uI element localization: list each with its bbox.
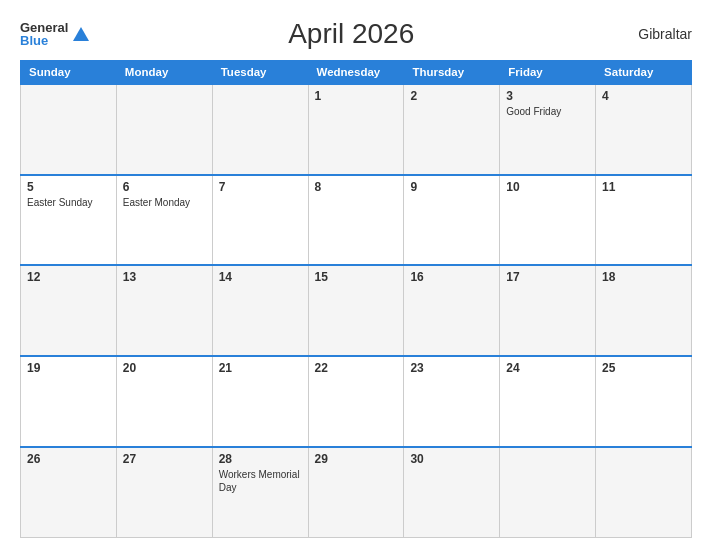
calendar-row: 12131415161718 xyxy=(21,265,692,356)
calendar-page: General Blue April 2026 Gibraltar Sunday… xyxy=(0,0,712,550)
calendar-cell: 30 xyxy=(404,447,500,538)
col-tuesday: Tuesday xyxy=(212,61,308,85)
day-number: 4 xyxy=(602,89,685,103)
holiday-name: Easter Sunday xyxy=(27,196,110,209)
calendar-cell: 3Good Friday xyxy=(500,84,596,175)
calendar-header-row: Sunday Monday Tuesday Wednesday Thursday… xyxy=(21,61,692,85)
calendar-cell: 21 xyxy=(212,356,308,447)
day-number: 18 xyxy=(602,270,685,284)
calendar-cell: 20 xyxy=(116,356,212,447)
calendar-cell: 17 xyxy=(500,265,596,356)
col-monday: Monday xyxy=(116,61,212,85)
calendar-cell: 1 xyxy=(308,84,404,175)
calendar-cell: 23 xyxy=(404,356,500,447)
holiday-name: Workers Memorial Day xyxy=(219,468,302,494)
calendar-header: General Blue April 2026 Gibraltar xyxy=(20,18,692,50)
day-number: 30 xyxy=(410,452,493,466)
calendar-cell: 7 xyxy=(212,175,308,266)
day-number: 11 xyxy=(602,180,685,194)
calendar-cell xyxy=(21,84,117,175)
logo: General Blue xyxy=(20,21,90,47)
logo-triangle-icon xyxy=(72,25,90,43)
calendar-cell: 10 xyxy=(500,175,596,266)
calendar-cell xyxy=(500,447,596,538)
day-number: 12 xyxy=(27,270,110,284)
day-number: 3 xyxy=(506,89,589,103)
day-number: 26 xyxy=(27,452,110,466)
day-number: 22 xyxy=(315,361,398,375)
day-number: 23 xyxy=(410,361,493,375)
logo-blue-text: Blue xyxy=(20,34,68,47)
calendar-row: 19202122232425 xyxy=(21,356,692,447)
calendar-cell: 6Easter Monday xyxy=(116,175,212,266)
calendar-cell: 16 xyxy=(404,265,500,356)
region-label: Gibraltar xyxy=(612,26,692,42)
calendar-cell: 22 xyxy=(308,356,404,447)
calendar-cell: 11 xyxy=(596,175,692,266)
calendar-cell: 5Easter Sunday xyxy=(21,175,117,266)
calendar-cell: 13 xyxy=(116,265,212,356)
day-number: 16 xyxy=(410,270,493,284)
day-number: 19 xyxy=(27,361,110,375)
calendar-title: April 2026 xyxy=(90,18,612,50)
day-number: 29 xyxy=(315,452,398,466)
calendar-cell: 24 xyxy=(500,356,596,447)
day-number: 8 xyxy=(315,180,398,194)
calendar-cell: 2 xyxy=(404,84,500,175)
day-number: 1 xyxy=(315,89,398,103)
calendar-cell: 18 xyxy=(596,265,692,356)
calendar-row: 123Good Friday4 xyxy=(21,84,692,175)
day-number: 28 xyxy=(219,452,302,466)
day-number: 7 xyxy=(219,180,302,194)
calendar-cell: 27 xyxy=(116,447,212,538)
calendar-cell: 26 xyxy=(21,447,117,538)
calendar-cell xyxy=(596,447,692,538)
calendar-cell: 15 xyxy=(308,265,404,356)
calendar-cell: 25 xyxy=(596,356,692,447)
calendar-cell: 29 xyxy=(308,447,404,538)
day-number: 2 xyxy=(410,89,493,103)
calendar-cell xyxy=(116,84,212,175)
col-sunday: Sunday xyxy=(21,61,117,85)
day-number: 21 xyxy=(219,361,302,375)
calendar-cell: 14 xyxy=(212,265,308,356)
svg-marker-0 xyxy=(73,27,89,41)
calendar-cell xyxy=(212,84,308,175)
calendar-cell: 4 xyxy=(596,84,692,175)
calendar-cell: 8 xyxy=(308,175,404,266)
day-number: 13 xyxy=(123,270,206,284)
calendar-row: 262728Workers Memorial Day2930 xyxy=(21,447,692,538)
calendar-cell: 28Workers Memorial Day xyxy=(212,447,308,538)
holiday-name: Good Friday xyxy=(506,105,589,118)
day-number: 17 xyxy=(506,270,589,284)
col-friday: Friday xyxy=(500,61,596,85)
day-number: 9 xyxy=(410,180,493,194)
day-number: 6 xyxy=(123,180,206,194)
day-number: 24 xyxy=(506,361,589,375)
day-number: 20 xyxy=(123,361,206,375)
col-wednesday: Wednesday xyxy=(308,61,404,85)
calendar-cell: 19 xyxy=(21,356,117,447)
holiday-name: Easter Monday xyxy=(123,196,206,209)
day-number: 25 xyxy=(602,361,685,375)
calendar-table: Sunday Monday Tuesday Wednesday Thursday… xyxy=(20,60,692,538)
day-number: 15 xyxy=(315,270,398,284)
day-number: 5 xyxy=(27,180,110,194)
calendar-cell: 12 xyxy=(21,265,117,356)
col-thursday: Thursday xyxy=(404,61,500,85)
calendar-cell: 9 xyxy=(404,175,500,266)
col-saturday: Saturday xyxy=(596,61,692,85)
calendar-row: 5Easter Sunday6Easter Monday7891011 xyxy=(21,175,692,266)
day-number: 10 xyxy=(506,180,589,194)
day-number: 27 xyxy=(123,452,206,466)
day-number: 14 xyxy=(219,270,302,284)
